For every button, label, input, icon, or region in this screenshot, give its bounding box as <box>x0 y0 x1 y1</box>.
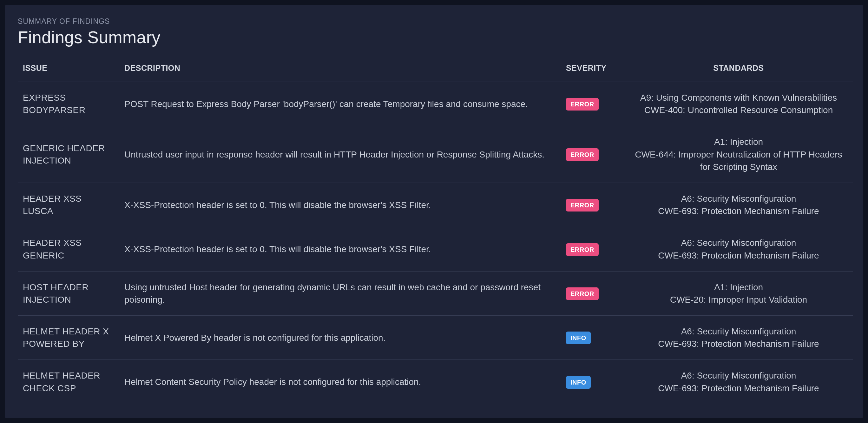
standard-line: A1: Injection <box>629 281 848 293</box>
severity-badge: ERROR <box>566 199 599 212</box>
standard-line: CWE-693: Protection Mechanism Failure <box>629 382 848 394</box>
standard-line: CWE-693: Protection Mechanism Failure <box>629 249 848 262</box>
standard-line: A9: Using Components with Known Vulnerab… <box>629 91 848 104</box>
cell-severity: ERROR <box>561 82 624 126</box>
standard-line: CWE-400: Uncontrolled Resource Consumpti… <box>629 104 848 116</box>
col-header-issue: ISSUE <box>18 55 119 82</box>
standard-line: A6: Security Misconfiguration <box>629 193 848 205</box>
cell-severity: ERROR <box>561 126 624 183</box>
standard-line: CWE-644: Improper Neutralization of HTTP… <box>629 148 848 173</box>
cell-description: X-XSS-Protection header is set to 0. Thi… <box>119 182 561 227</box>
table-row: HELMET HEADER X POWERED BYHelmet X Power… <box>18 316 853 360</box>
cell-description: Using untrusted Host header for generati… <box>119 271 561 315</box>
cell-standards: A1: InjectionCWE-644: Improper Neutraliz… <box>624 126 853 183</box>
col-header-description: DESCRIPTION <box>119 55 561 82</box>
panel-header: SUMMARY OF FINDINGS Findings Summary <box>5 5 863 55</box>
table-header-row: ISSUE DESCRIPTION SEVERITY STANDARDS <box>18 55 853 82</box>
standard-line: A6: Security Misconfiguration <box>629 369 848 382</box>
findings-table: ISSUE DESCRIPTION SEVERITY STANDARDS EXP… <box>18 55 853 404</box>
table-row: HEADER XSS LUSCAX-XSS-Protection header … <box>18 182 853 227</box>
findings-panel: SUMMARY OF FINDINGS Findings Summary ISS… <box>5 5 863 418</box>
cell-issue: HOST HEADER INJECTION <box>18 271 119 315</box>
cell-severity: INFO <box>561 360 624 404</box>
table-row: GENERIC HEADER INJECTIONUntrusted user i… <box>18 126 853 183</box>
cell-standards: A6: Security MisconfigurationCWE-693: Pr… <box>624 360 853 404</box>
table-row: HELMET HEADER CHECK CSPHelmet Content Se… <box>18 360 853 404</box>
col-header-severity: SEVERITY <box>561 55 624 82</box>
cell-description: Helmet X Powered By header is not config… <box>119 316 561 360</box>
cell-standards: A9: Using Components with Known Vulnerab… <box>624 82 853 126</box>
cell-issue: GENERIC HEADER INJECTION <box>18 126 119 183</box>
cell-standards: A6: Security MisconfigurationCWE-693: Pr… <box>624 227 853 271</box>
cell-description: Helmet Content Security Policy header is… <box>119 360 561 404</box>
severity-badge: ERROR <box>566 148 599 161</box>
table-scroll-container[interactable]: ISSUE DESCRIPTION SEVERITY STANDARDS EXP… <box>5 55 860 418</box>
severity-badge: INFO <box>566 332 591 344</box>
eyebrow-text: SUMMARY OF FINDINGS <box>18 17 850 26</box>
standard-line: A6: Security Misconfiguration <box>629 325 848 338</box>
cell-description: Untrusted user input in response header … <box>119 126 561 183</box>
table-row: HOST HEADER INJECTIONUsing untrusted Hos… <box>18 271 853 315</box>
cell-severity: INFO <box>561 316 624 360</box>
cell-issue: HELMET HEADER CHECK CSP <box>18 360 119 404</box>
cell-standards: A6: Security MisconfigurationCWE-693: Pr… <box>624 182 853 227</box>
cell-issue: HEADER XSS GENERIC <box>18 227 119 271</box>
severity-badge: ERROR <box>566 287 599 300</box>
cell-standards: A1: InjectionCWE-20: Improper Input Vali… <box>624 271 853 315</box>
col-header-standards: STANDARDS <box>624 55 853 82</box>
standard-line: A1: Injection <box>629 136 848 148</box>
cell-severity: ERROR <box>561 271 624 315</box>
page-title: Findings Summary <box>18 28 850 47</box>
standard-line: A6: Security Misconfiguration <box>629 236 848 249</box>
standard-line: CWE-693: Protection Mechanism Failure <box>629 205 848 217</box>
severity-badge: ERROR <box>566 243 599 256</box>
standard-line: CWE-693: Protection Mechanism Failure <box>629 338 848 350</box>
cell-issue: HELMET HEADER X POWERED BY <box>18 316 119 360</box>
table-row: HEADER XSS GENERICX-XSS-Protection heade… <box>18 227 853 271</box>
cell-severity: ERROR <box>561 182 624 227</box>
cell-description: POST Request to Express Body Parser 'bod… <box>119 82 561 126</box>
severity-badge: ERROR <box>566 98 599 111</box>
severity-badge: INFO <box>566 376 591 389</box>
cell-description: X-XSS-Protection header is set to 0. Thi… <box>119 227 561 271</box>
standard-line: CWE-20: Improper Input Validation <box>629 293 848 306</box>
cell-issue: EXPRESS BODYPARSER <box>18 82 119 126</box>
table-row: EXPRESS BODYPARSERPOST Request to Expres… <box>18 82 853 126</box>
cell-standards: A6: Security MisconfigurationCWE-693: Pr… <box>624 316 853 360</box>
cell-severity: ERROR <box>561 227 624 271</box>
cell-issue: HEADER XSS LUSCA <box>18 182 119 227</box>
